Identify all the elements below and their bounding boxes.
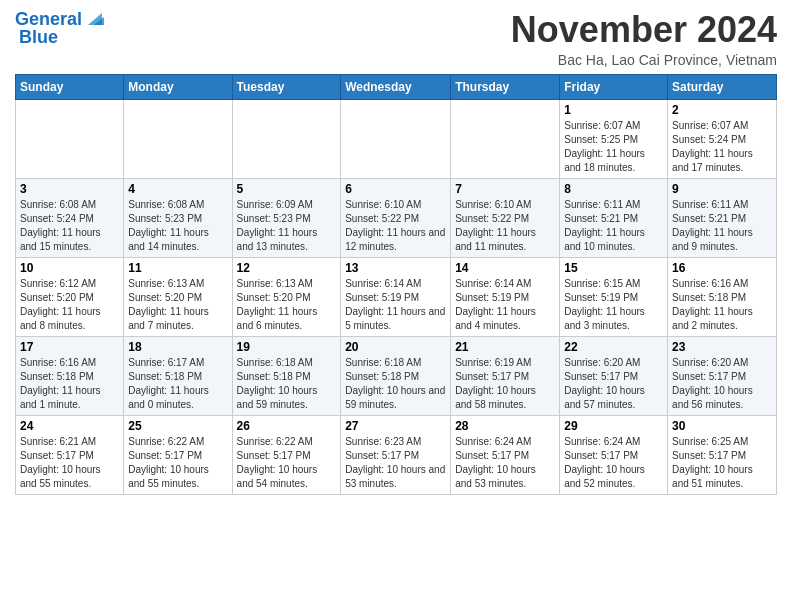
table-row: 18Sunrise: 6:17 AM Sunset: 5:18 PM Dayli… xyxy=(124,336,232,415)
day-number: 11 xyxy=(128,261,227,275)
table-row: 12Sunrise: 6:13 AM Sunset: 5:20 PM Dayli… xyxy=(232,257,341,336)
day-info: Sunrise: 6:11 AM Sunset: 5:21 PM Dayligh… xyxy=(564,198,663,254)
day-number: 27 xyxy=(345,419,446,433)
day-info: Sunrise: 6:10 AM Sunset: 5:22 PM Dayligh… xyxy=(455,198,555,254)
page-header: General Blue November 2024 Bac Ha, Lao C… xyxy=(15,10,777,68)
day-info: Sunrise: 6:10 AM Sunset: 5:22 PM Dayligh… xyxy=(345,198,446,254)
table-row: 6Sunrise: 6:10 AM Sunset: 5:22 PM Daylig… xyxy=(341,178,451,257)
table-row: 30Sunrise: 6:25 AM Sunset: 5:17 PM Dayli… xyxy=(668,415,777,494)
day-number: 21 xyxy=(455,340,555,354)
table-row: 3Sunrise: 6:08 AM Sunset: 5:24 PM Daylig… xyxy=(16,178,124,257)
table-row: 7Sunrise: 6:10 AM Sunset: 5:22 PM Daylig… xyxy=(451,178,560,257)
day-number: 24 xyxy=(20,419,119,433)
day-info: Sunrise: 6:11 AM Sunset: 5:21 PM Dayligh… xyxy=(672,198,772,254)
day-info: Sunrise: 6:18 AM Sunset: 5:18 PM Dayligh… xyxy=(345,356,446,412)
table-row: 21Sunrise: 6:19 AM Sunset: 5:17 PM Dayli… xyxy=(451,336,560,415)
title-block: November 2024 Bac Ha, Lao Cai Province, … xyxy=(511,10,777,68)
day-number: 15 xyxy=(564,261,663,275)
day-number: 10 xyxy=(20,261,119,275)
day-info: Sunrise: 6:14 AM Sunset: 5:19 PM Dayligh… xyxy=(345,277,446,333)
day-number: 22 xyxy=(564,340,663,354)
table-row: 24Sunrise: 6:21 AM Sunset: 5:17 PM Dayli… xyxy=(16,415,124,494)
day-info: Sunrise: 6:07 AM Sunset: 5:25 PM Dayligh… xyxy=(564,119,663,175)
day-number: 14 xyxy=(455,261,555,275)
header-saturday: Saturday xyxy=(668,74,777,99)
day-info: Sunrise: 6:16 AM Sunset: 5:18 PM Dayligh… xyxy=(20,356,119,412)
day-number: 18 xyxy=(128,340,227,354)
day-number: 29 xyxy=(564,419,663,433)
calendar-header-row: Sunday Monday Tuesday Wednesday Thursday… xyxy=(16,74,777,99)
day-info: Sunrise: 6:24 AM Sunset: 5:17 PM Dayligh… xyxy=(455,435,555,491)
day-number: 30 xyxy=(672,419,772,433)
day-number: 17 xyxy=(20,340,119,354)
table-row xyxy=(341,99,451,178)
day-info: Sunrise: 6:23 AM Sunset: 5:17 PM Dayligh… xyxy=(345,435,446,491)
day-number: 13 xyxy=(345,261,446,275)
calendar-table: Sunday Monday Tuesday Wednesday Thursday… xyxy=(15,74,777,495)
day-number: 12 xyxy=(237,261,337,275)
table-row: 5Sunrise: 6:09 AM Sunset: 5:23 PM Daylig… xyxy=(232,178,341,257)
table-row xyxy=(124,99,232,178)
header-thursday: Thursday xyxy=(451,74,560,99)
table-row xyxy=(16,99,124,178)
day-info: Sunrise: 6:22 AM Sunset: 5:17 PM Dayligh… xyxy=(237,435,337,491)
day-info: Sunrise: 6:24 AM Sunset: 5:17 PM Dayligh… xyxy=(564,435,663,491)
day-info: Sunrise: 6:20 AM Sunset: 5:17 PM Dayligh… xyxy=(672,356,772,412)
day-number: 25 xyxy=(128,419,227,433)
table-row: 16Sunrise: 6:16 AM Sunset: 5:18 PM Dayli… xyxy=(668,257,777,336)
day-number: 16 xyxy=(672,261,772,275)
table-row: 10Sunrise: 6:12 AM Sunset: 5:20 PM Dayli… xyxy=(16,257,124,336)
week-row-5: 24Sunrise: 6:21 AM Sunset: 5:17 PM Dayli… xyxy=(16,415,777,494)
day-number: 6 xyxy=(345,182,446,196)
logo-blue-text: Blue xyxy=(19,28,58,48)
table-row: 4Sunrise: 6:08 AM Sunset: 5:23 PM Daylig… xyxy=(124,178,232,257)
day-info: Sunrise: 6:17 AM Sunset: 5:18 PM Dayligh… xyxy=(128,356,227,412)
table-row: 27Sunrise: 6:23 AM Sunset: 5:17 PM Dayli… xyxy=(341,415,451,494)
week-row-1: 1Sunrise: 6:07 AM Sunset: 5:25 PM Daylig… xyxy=(16,99,777,178)
table-row: 29Sunrise: 6:24 AM Sunset: 5:17 PM Dayli… xyxy=(560,415,668,494)
day-number: 3 xyxy=(20,182,119,196)
table-row xyxy=(451,99,560,178)
day-info: Sunrise: 6:20 AM Sunset: 5:17 PM Dayligh… xyxy=(564,356,663,412)
day-info: Sunrise: 6:22 AM Sunset: 5:17 PM Dayligh… xyxy=(128,435,227,491)
day-info: Sunrise: 6:09 AM Sunset: 5:23 PM Dayligh… xyxy=(237,198,337,254)
table-row: 22Sunrise: 6:20 AM Sunset: 5:17 PM Dayli… xyxy=(560,336,668,415)
day-info: Sunrise: 6:18 AM Sunset: 5:18 PM Dayligh… xyxy=(237,356,337,412)
table-row: 9Sunrise: 6:11 AM Sunset: 5:21 PM Daylig… xyxy=(668,178,777,257)
table-row: 20Sunrise: 6:18 AM Sunset: 5:18 PM Dayli… xyxy=(341,336,451,415)
day-number: 23 xyxy=(672,340,772,354)
day-info: Sunrise: 6:08 AM Sunset: 5:24 PM Dayligh… xyxy=(20,198,119,254)
day-number: 19 xyxy=(237,340,337,354)
table-row: 2Sunrise: 6:07 AM Sunset: 5:24 PM Daylig… xyxy=(668,99,777,178)
day-info: Sunrise: 6:16 AM Sunset: 5:18 PM Dayligh… xyxy=(672,277,772,333)
month-title: November 2024 xyxy=(511,10,777,50)
table-row: 19Sunrise: 6:18 AM Sunset: 5:18 PM Dayli… xyxy=(232,336,341,415)
day-number: 7 xyxy=(455,182,555,196)
header-friday: Friday xyxy=(560,74,668,99)
day-number: 26 xyxy=(237,419,337,433)
week-row-3: 10Sunrise: 6:12 AM Sunset: 5:20 PM Dayli… xyxy=(16,257,777,336)
logo-icon xyxy=(84,7,106,29)
day-number: 20 xyxy=(345,340,446,354)
header-wednesday: Wednesday xyxy=(341,74,451,99)
day-info: Sunrise: 6:14 AM Sunset: 5:19 PM Dayligh… xyxy=(455,277,555,333)
day-info: Sunrise: 6:07 AM Sunset: 5:24 PM Dayligh… xyxy=(672,119,772,175)
header-tuesday: Tuesday xyxy=(232,74,341,99)
table-row: 26Sunrise: 6:22 AM Sunset: 5:17 PM Dayli… xyxy=(232,415,341,494)
day-info: Sunrise: 6:15 AM Sunset: 5:19 PM Dayligh… xyxy=(564,277,663,333)
day-info: Sunrise: 6:12 AM Sunset: 5:20 PM Dayligh… xyxy=(20,277,119,333)
table-row xyxy=(232,99,341,178)
location-subtitle: Bac Ha, Lao Cai Province, Vietnam xyxy=(511,52,777,68)
table-row: 25Sunrise: 6:22 AM Sunset: 5:17 PM Dayli… xyxy=(124,415,232,494)
day-info: Sunrise: 6:21 AM Sunset: 5:17 PM Dayligh… xyxy=(20,435,119,491)
day-info: Sunrise: 6:19 AM Sunset: 5:17 PM Dayligh… xyxy=(455,356,555,412)
table-row: 13Sunrise: 6:14 AM Sunset: 5:19 PM Dayli… xyxy=(341,257,451,336)
day-info: Sunrise: 6:13 AM Sunset: 5:20 PM Dayligh… xyxy=(128,277,227,333)
logo: General Blue xyxy=(15,10,106,48)
header-sunday: Sunday xyxy=(16,74,124,99)
day-info: Sunrise: 6:13 AM Sunset: 5:20 PM Dayligh… xyxy=(237,277,337,333)
table-row: 1Sunrise: 6:07 AM Sunset: 5:25 PM Daylig… xyxy=(560,99,668,178)
header-monday: Monday xyxy=(124,74,232,99)
table-row: 11Sunrise: 6:13 AM Sunset: 5:20 PM Dayli… xyxy=(124,257,232,336)
table-row: 17Sunrise: 6:16 AM Sunset: 5:18 PM Dayli… xyxy=(16,336,124,415)
